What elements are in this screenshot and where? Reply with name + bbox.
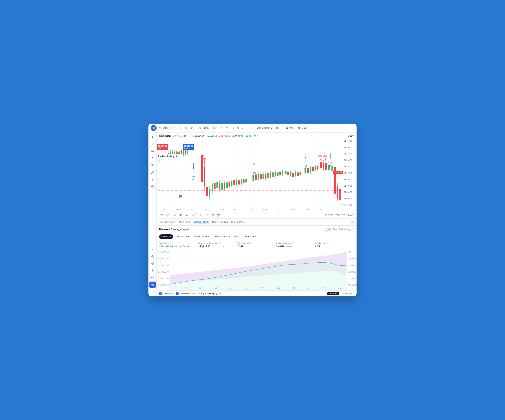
link-tool[interactable] [149,281,156,288]
lock-tool[interactable] [149,267,156,274]
st-tab-performance[interactable]: Performance [174,234,191,239]
add-symbol-button[interactable]: + [174,126,178,130]
equity-svg: 1,250,000.00 1,200,000.00 1,150,000.00 1… [157,250,357,291]
metric-profitable-trades: Profitable trades i 33.88% 457/865 [276,242,315,248]
svg-rect-172 [325,163,327,170]
pf-info-icon[interactable]: i [326,242,328,244]
tab-trading-panel[interactable]: Trading Panel [231,220,245,224]
tf-30m[interactable]: 30m [211,126,217,130]
trades-info-icon[interactable]: i [248,242,251,244]
tf-20m[interactable]: 20m [203,126,210,130]
tf-D[interactable]: D [236,126,240,130]
top-bar: 🔔 🔍 NQ1! + 1m 5m 15m 20m 30m 1h 2h 4h D … [148,124,357,133]
percentage-button[interactable]: Percentage [341,292,354,295]
svg-text:Long: Long [303,164,307,167]
pnl-info-icon[interactable]: i [169,242,171,244]
zoom-tool[interactable] [149,253,156,260]
svg-line-11 [152,143,154,145]
tf-4h[interactable]: 4h [230,126,235,130]
tab-replay-trading[interactable]: Replay Trading [212,220,228,224]
metric-profit-factor: Profit factor i 1.15 [315,242,354,248]
tf-5m[interactable]: 5m [189,126,194,130]
equity-checkbox[interactable]: ✓ Equity [159,292,174,295]
period-6m[interactable]: 6M [184,213,190,217]
maximize-panel-button[interactable]: ⬜ [351,220,354,224]
drawdown-checkbox[interactable]: ✓ Drawdown [176,292,195,295]
compare-button[interactable] [248,126,254,130]
indicators-button[interactable]: Indicators ▾ [256,126,274,130]
undo-button[interactable]: ↩ [310,126,315,130]
equity-chart[interactable]: 1,250,000.00 1,200,000.00 1,150,000.00 1… [157,250,357,291]
eye-tool[interactable] [149,274,156,281]
svg-text:1: 1 [169,287,170,289]
st-tab-list-of-trades[interactable]: List of trades [241,234,259,239]
period-5y[interactable]: 5Y [204,213,210,217]
deep-bt-help-icon[interactable]: ? [352,228,354,230]
tf-1h[interactable]: 1h [219,126,223,130]
currency-label: USD [348,134,353,137]
tf-2h[interactable]: 2h [224,126,229,130]
emoji-tool[interactable] [149,184,156,190]
svg-text:1,221: 1,221 [322,287,327,289]
tf-1m[interactable]: 1m [183,126,188,130]
period-ytd[interactable]: YTD [191,213,198,217]
deep-backtesting-toggle[interactable] [325,228,331,231]
tab-pine-editor[interactable]: Pine Editor [179,220,191,224]
period-1m[interactable]: 1M [171,213,177,217]
strategy-title[interactable]: Breakout Strategy report ▾ [159,228,191,231]
symbol-search[interactable]: 🔍 NQ1! [158,126,173,130]
tf-dropdown-btn[interactable]: ▾ [241,126,244,130]
time-0300-2: 03:00 [286,209,300,211]
house-tool[interactable] [149,260,156,267]
lines-tool[interactable] [149,148,156,154]
st-tab-overview[interactable]: Overview [159,234,173,239]
svg-rect-30 [152,264,153,265]
replay-button[interactable]: Replay [296,126,309,130]
trash-tool[interactable] [149,289,156,295]
svg-text:0.00: 0.00 [348,251,351,253]
text-tool[interactable]: T [149,176,156,183]
crosshair-tool[interactable] [149,134,156,140]
svg-rect-2 [259,127,259,129]
svg-rect-100 [228,182,230,186]
svg-rect-74 [187,150,188,154]
time-25: 25 [157,209,171,211]
drawdown-info-icon[interactable]: i [219,242,221,244]
calendar-icon[interactable]: 📅 [217,214,220,217]
period-1d[interactable]: 1D [159,213,164,217]
minimize-panel-button[interactable]: — [345,220,349,224]
shapes-tool[interactable] [149,155,156,161]
svg-text:Short: Short [323,154,327,158]
period-1y[interactable]: 1Y [198,213,204,217]
period-all[interactable]: All [210,213,215,217]
chart-settings-icon[interactable]: ⚙ [341,204,343,206]
tab-stock-screener[interactable]: Stock Screener ▾ [159,220,176,224]
profitable-info-icon[interactable]: i [291,242,294,244]
logo-button[interactable]: 🔔 [151,125,157,131]
chart-area[interactable]: Long +4 -4 Short Long +5 -6 Sho [157,139,357,207]
tab-strategy-tester[interactable]: Strategy Tester [194,220,209,224]
buy-hold-checkbox[interactable]: Buy & hold equity [197,292,222,295]
symbol-label: NQ1! [163,127,168,129]
brush-tool[interactable] [149,169,156,176]
svg-rect-0 [258,128,258,129]
ruler-tool[interactable] [149,246,156,253]
st-tab-trades-analysis[interactable]: Trades analysis [192,234,212,239]
tf-15m[interactable]: 15m [195,126,202,130]
svg-text:1,343: 1,343 [338,287,343,289]
svg-text:-100,000.00: -100,000.00 [348,277,357,280]
alert-button[interactable]: Alert [284,126,295,130]
buy-hold-line-icon [218,293,222,295]
svg-text:+5: +5 [253,174,255,178]
absolute-button[interactable]: Absolute [327,292,339,295]
svg-rect-92 [219,183,220,189]
period-5d[interactable]: 5D [165,213,170,217]
grid-button[interactable] [275,126,280,130]
fib-tool[interactable] [149,162,156,169]
period-bar: 1D 5D 1M 3M 6M YTD 1Y 5Y All 📅 07:08:28 … [157,212,357,218]
line-tool[interactable] [149,141,156,147]
symbol-badge: 100 [159,134,164,137]
st-tab-risk-ratios[interactable]: Risk/performance ratios [212,234,240,239]
period-3m[interactable]: 3M [178,213,183,217]
redo-button[interactable]: ↪ [316,126,321,130]
